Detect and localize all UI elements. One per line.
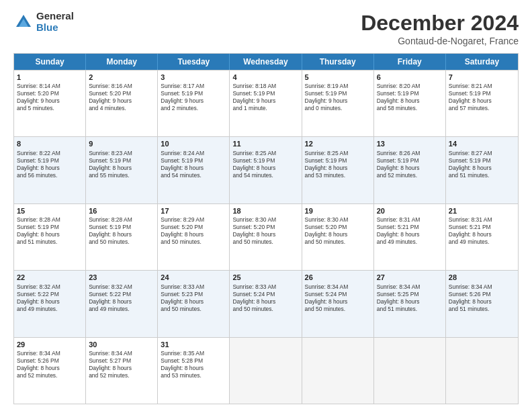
cell-info-line: and 54 minutes. [232,172,298,179]
cell-info-line: Sunset: 5:23 PM [161,291,226,298]
day-number: 5 [305,73,371,82]
cell-info-line: and 52 minutes. [89,372,154,379]
day-cell-5: 5Sunrise: 8:19 AMSunset: 5:19 PMDaylight… [302,71,374,136]
cell-info-line: and 49 minutes. [17,306,83,313]
cell-info-line: Sunrise: 8:30 AM [232,216,298,224]
cell-info-line: Daylight: 8 hours [377,231,443,238]
cell-info-line: and 50 minutes. [305,306,371,313]
cell-info-line: and 4 minutes. [89,105,154,112]
cell-info-line: and 51 minutes. [17,238,83,246]
calendar-row-5: 29Sunrise: 8:34 AMSunset: 5:26 PMDayligh… [14,337,518,404]
cell-info-line: and 1 minute. [232,105,298,112]
cell-info-line: Sunset: 5:19 PM [232,157,298,165]
cell-info-line: Sunset: 5:19 PM [17,157,83,165]
header-day-thursday: Thursday [302,54,374,70]
header-day-saturday: Saturday [446,54,518,70]
cell-info-line: Daylight: 8 hours [305,231,371,238]
day-cell-1: 1Sunrise: 8:14 AMSunset: 5:20 PMDaylight… [14,71,86,136]
day-cell-29: 29Sunrise: 8:34 AMSunset: 5:26 PMDayligh… [14,338,86,404]
cell-info-line: Daylight: 8 hours [89,231,154,238]
day-number: 29 [17,340,83,349]
cell-info-line: Sunset: 5:20 PM [161,224,226,231]
empty-cell [374,338,446,404]
day-number: 30 [89,340,154,349]
logo-blue-text: Blue [36,22,74,34]
cell-info-line: Daylight: 8 hours [305,298,371,306]
cell-info-line: Sunset: 5:19 PM [449,90,515,97]
day-cell-28: 28Sunrise: 8:34 AMSunset: 5:26 PMDayligh… [446,271,518,336]
cell-info-line: Daylight: 8 hours [17,298,83,306]
cell-info-line: Daylight: 9 hours [89,97,154,105]
cell-info-line: Sunrise: 8:35 AM [161,350,226,357]
cell-info-line: Daylight: 8 hours [377,97,443,105]
cell-info-line: Sunset: 5:19 PM [377,90,443,97]
day-number: 13 [377,139,443,148]
cell-info-line: Sunset: 5:19 PM [17,224,83,231]
cell-info-line: Sunrise: 8:28 AM [17,216,83,224]
cell-info-line: Sunset: 5:27 PM [89,357,154,365]
cell-info-line: Sunset: 5:26 PM [17,357,83,365]
day-cell-6: 6Sunrise: 8:20 AMSunset: 5:19 PMDaylight… [374,71,446,136]
cell-info-line: Sunset: 5:24 PM [305,291,371,298]
day-number: 11 [232,139,298,148]
day-number: 20 [377,206,443,216]
day-number: 8 [17,139,83,148]
cell-info-line: Sunset: 5:28 PM [161,357,226,365]
cell-info-line: Sunset: 5:19 PM [89,224,154,231]
empty-cell [446,338,518,404]
day-number: 14 [449,139,515,148]
cell-info-line: Daylight: 8 hours [161,231,226,238]
logo-icon [13,12,34,32]
cell-info-line: and 51 minutes. [377,306,443,313]
cell-info-line: Sunset: 5:20 PM [232,224,298,231]
day-number: 18 [232,206,298,216]
day-cell-2: 2Sunrise: 8:16 AMSunset: 5:20 PMDaylight… [86,71,158,136]
day-cell-27: 27Sunrise: 8:34 AMSunset: 5:25 PMDayligh… [374,271,446,336]
cell-info-line: Daylight: 8 hours [89,298,154,306]
cell-info-line: Daylight: 8 hours [377,298,443,306]
calendar-row-4: 22Sunrise: 8:32 AMSunset: 5:22 PMDayligh… [14,270,518,336]
cell-info-line: Sunrise: 8:34 AM [449,283,515,291]
day-cell-12: 12Sunrise: 8:25 AMSunset: 5:19 PMDayligh… [302,137,374,203]
cell-info-line: Sunrise: 8:34 AM [377,283,443,291]
day-number: 23 [89,273,154,282]
cell-info-line: and 54 minutes. [161,172,226,179]
cell-info-line: Sunrise: 8:30 AM [305,216,371,224]
day-cell-24: 24Sunrise: 8:33 AMSunset: 5:23 PMDayligh… [158,271,230,336]
cell-info-line: Sunrise: 8:22 AM [17,150,83,157]
cell-info-line: Sunrise: 8:34 AM [89,350,154,357]
day-cell-10: 10Sunrise: 8:24 AMSunset: 5:19 PMDayligh… [158,137,230,203]
day-number: 22 [17,273,83,282]
cell-info-line: and 50 minutes. [232,238,298,246]
cell-info-line: Daylight: 8 hours [17,165,83,172]
day-cell-3: 3Sunrise: 8:17 AMSunset: 5:19 PMDaylight… [158,71,230,136]
cell-info-line: and 53 minutes. [161,372,226,379]
day-number: 10 [161,139,226,148]
cell-info-line: and 57 minutes. [449,105,515,112]
cell-info-line: Daylight: 9 hours [232,97,298,105]
day-cell-30: 30Sunrise: 8:34 AMSunset: 5:27 PMDayligh… [86,338,158,404]
cell-info-line: and 51 minutes. [449,306,515,313]
cell-info-line: Sunrise: 8:29 AM [161,216,226,224]
cell-info-line: Sunrise: 8:31 AM [449,216,515,224]
cell-info-line: Sunrise: 8:32 AM [17,283,83,291]
cell-info-line: Daylight: 8 hours [449,231,515,238]
cell-info-line: Daylight: 8 hours [17,231,83,238]
day-cell-21: 21Sunrise: 8:31 AMSunset: 5:21 PMDayligh… [446,204,518,270]
cell-info-line: Sunset: 5:24 PM [232,291,298,298]
cell-info-line: Daylight: 9 hours [305,97,371,105]
cell-info-line: Sunset: 5:19 PM [161,90,226,97]
day-cell-25: 25Sunrise: 8:33 AMSunset: 5:24 PMDayligh… [230,271,302,336]
day-cell-20: 20Sunrise: 8:31 AMSunset: 5:21 PMDayligh… [374,204,446,270]
cell-info-line: and 51 minutes. [449,172,515,179]
day-number: 25 [232,273,298,282]
cell-info-line: and 0 minutes. [305,105,371,112]
cell-info-line: and 52 minutes. [17,372,83,379]
header-day-wednesday: Wednesday [230,54,302,70]
cell-info-line: Daylight: 8 hours [89,365,154,372]
location-subtitle: Gontaud-de-Nogaret, France [361,36,519,46]
cell-info-line: Sunset: 5:19 PM [232,90,298,97]
day-cell-14: 14Sunrise: 8:27 AMSunset: 5:19 PMDayligh… [446,137,518,203]
cell-info-line: Sunrise: 8:18 AM [232,83,298,90]
cell-info-line: Sunrise: 8:32 AM [89,283,154,291]
